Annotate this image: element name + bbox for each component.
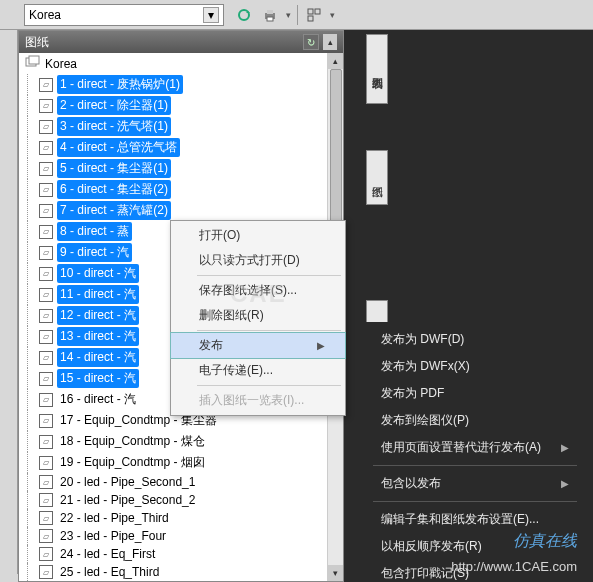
tab-sheet-list[interactable]: 图纸列表 [366, 34, 388, 104]
tree-item-label: 13 - direct - 汽 [57, 327, 139, 346]
chevron-right-icon: ▶ [561, 478, 569, 489]
sheet-icon: ▱ [39, 120, 53, 134]
toolbar-chevron[interactable]: ▾ [286, 10, 291, 20]
sheet-icon: ▱ [39, 475, 53, 489]
tree-item-label: 8 - direct - 蒸 [57, 222, 132, 241]
sheet-icon: ▱ [39, 246, 53, 260]
svg-rect-8 [29, 56, 39, 64]
sheet-icon: ▱ [39, 456, 53, 470]
tree-item[interactable]: ▱4 - direct - 总管洗气塔 [39, 137, 343, 158]
svg-rect-4 [308, 9, 313, 14]
tree-item[interactable]: ▱2 - direct - 除尘器(1) [39, 95, 343, 116]
sheet-icon: ▱ [39, 511, 53, 525]
tree-item-label: 2 - direct - 除尘器(1) [57, 96, 171, 115]
panel-title: 图纸 [25, 34, 49, 51]
submenu-plotter[interactable]: 发布到绘图仪(P) [365, 407, 585, 434]
tree-item[interactable]: ▱18 - Equip_Condtmp - 煤仓 [39, 431, 343, 452]
submenu-pagesetup[interactable]: 使用页面设置替代进行发布(A) ▶ [365, 434, 585, 461]
sheet-icon: ▱ [39, 288, 53, 302]
sheet-icon: ▱ [39, 493, 53, 507]
tree-item[interactable]: ▱1 - direct - 废热锅炉(1) [39, 74, 343, 95]
panel-collapse-icon[interactable]: ▴ [323, 34, 337, 50]
chevron-right-icon: ▶ [561, 442, 569, 453]
tree-item[interactable]: ▱21 - led - Pipe_Second_2 [39, 491, 343, 509]
menu-publish-label: 发布 [199, 337, 223, 354]
dropdown-value: Korea [29, 8, 61, 22]
print-icon[interactable] [260, 5, 280, 25]
tree-root[interactable]: Korea [19, 53, 343, 74]
submenu-pdf[interactable]: 发布为 PDF [365, 380, 585, 407]
submenu-include[interactable]: 包含以发布 ▶ [365, 470, 585, 497]
sheet-icon: ▱ [39, 435, 53, 449]
watermark-brand: 仿真在线 [513, 531, 577, 552]
sheet-icon: ▱ [39, 204, 53, 218]
panel-header: 图纸 ↻ ▴ [19, 31, 343, 53]
tree-item[interactable]: ▱5 - direct - 集尘器(1) [39, 158, 343, 179]
submenu-include-label: 包含以发布 [381, 475, 441, 492]
tree-item[interactable]: ▱22 - led - Pipe_Third [39, 509, 343, 527]
tree-item-label: 4 - direct - 总管洗气塔 [57, 138, 180, 157]
menu-open-readonly[interactable]: 以只读方式打开(D) [171, 248, 345, 273]
tree-item-label: 24 - led - Eq_First [57, 546, 158, 562]
svg-rect-5 [315, 9, 320, 14]
sheet-icon: ▱ [39, 414, 53, 428]
tree-item-label: 15 - direct - 汽 [57, 369, 139, 388]
top-toolbar: Korea ▾ ▾ ▾ [0, 0, 593, 30]
separator [373, 465, 577, 466]
scroll-down-icon[interactable]: ▾ [328, 565, 343, 581]
tree-item-label: 6 - direct - 集尘器(2) [57, 180, 171, 199]
submenu-edit-set[interactable]: 编辑子集和图纸发布设置(E)... [365, 506, 585, 533]
tree-item-label: 7 - direct - 蒸汽罐(2) [57, 201, 171, 220]
tree-item-label: 21 - led - Pipe_Second_2 [57, 492, 198, 508]
menu-open[interactable]: 打开(O) [171, 223, 345, 248]
left-strip [0, 0, 18, 582]
sheet-icon: ▱ [39, 162, 53, 176]
submenu-dwf[interactable]: 发布为 DWF(D) [365, 326, 585, 353]
panel-refresh-icon[interactable]: ↻ [303, 34, 319, 50]
sheet-icon: ▱ [39, 183, 53, 197]
tree-item-label: 23 - led - Pipe_Four [57, 528, 169, 544]
context-menu: 打开(O) 以只读方式打开(D) 保存图纸选择(S)... 删除图纸(R) 发布… [170, 220, 346, 416]
tree-item-label: 25 - led - Eq_Third [57, 564, 162, 580]
tree-item[interactable]: ▱19 - Equip_Condtmp - 烟囱 [39, 452, 343, 473]
tree-item-label: 18 - Equip_Condtmp - 煤仓 [57, 432, 208, 451]
separator [197, 330, 341, 331]
tree-item[interactable]: ▱7 - direct - 蒸汽罐(2) [39, 200, 343, 221]
scroll-up-icon[interactable]: ▴ [328, 53, 343, 69]
tree-item-label: 11 - direct - 汽 [57, 285, 139, 304]
tree-item-label: 5 - direct - 集尘器(1) [57, 159, 171, 178]
tree-item-label: 14 - direct - 汽 [57, 348, 139, 367]
tab-sheet[interactable]: 图纸 [366, 150, 388, 205]
sheet-icon: ▱ [39, 351, 53, 365]
tree-item[interactable]: ▱6 - direct - 集尘器(2) [39, 179, 343, 200]
tree-item-label: 12 - direct - 汽 [57, 306, 139, 325]
submenu-pagesetup-label: 使用页面设置替代进行发布(A) [381, 439, 541, 456]
tree-item-label: 19 - Equip_Condtmp - 烟囱 [57, 453, 208, 472]
chevron-right-icon: ▶ [317, 340, 325, 351]
tree-item[interactable]: ▱3 - direct - 洗气塔(1) [39, 116, 343, 137]
svg-rect-6 [308, 16, 313, 21]
tree-item-label: 16 - direct - 汽 [57, 390, 139, 409]
sheet-icon: ▱ [39, 565, 53, 579]
tree-item[interactable]: ▱24 - led - Eq_First [39, 545, 343, 563]
project-dropdown[interactable]: Korea ▾ [24, 4, 224, 26]
separator [297, 5, 298, 25]
menu-etransmit[interactable]: 电子传递(E)... [171, 358, 345, 383]
menu-publish[interactable]: 发布 ▶ [170, 332, 346, 359]
left-strip-label: 纸集管器 [0, 574, 18, 582]
submenu-dwfx[interactable]: 发布为 DWFx(X) [365, 353, 585, 380]
tree-item[interactable]: ▱25 - led - Eq_Third [39, 563, 343, 581]
tree-item-label: 3 - direct - 洗气塔(1) [57, 117, 171, 136]
separator [197, 385, 341, 386]
separator [373, 501, 577, 502]
watermark-url: http://www.1CAE.com [451, 559, 577, 574]
tree-item[interactable]: ▱23 - led - Pipe_Four [39, 527, 343, 545]
layout-icon[interactable] [304, 5, 324, 25]
refresh-icon[interactable] [234, 5, 254, 25]
sheets-icon [25, 55, 41, 72]
tree-item[interactable]: ▱20 - led - Pipe_Second_1 [39, 473, 343, 491]
menu-insert-toc: 插入图纸一览表(I)... [171, 388, 345, 413]
tree-item-label: 9 - direct - 汽 [57, 243, 132, 262]
watermark-cae: CAE [230, 280, 287, 308]
toolbar-chevron-2[interactable]: ▾ [330, 10, 335, 20]
